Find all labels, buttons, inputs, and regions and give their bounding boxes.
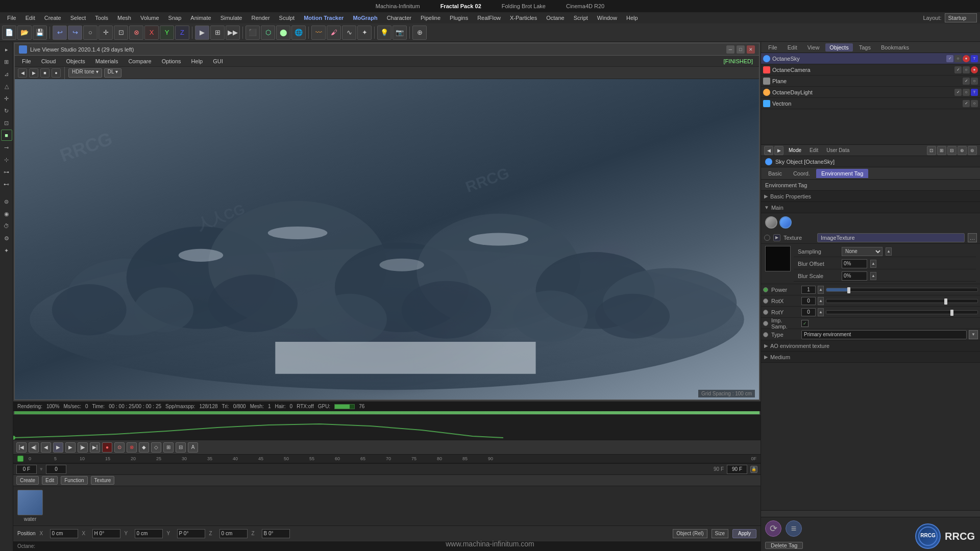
toolbar-deform[interactable]: ⬤ bbox=[276, 26, 290, 40]
tool-mode5[interactable]: ⊷ bbox=[1, 179, 12, 190]
menu-sculpt[interactable]: Sculpt bbox=[275, 14, 299, 22]
menu-plugins[interactable]: Plugins bbox=[446, 14, 472, 22]
roty-input[interactable] bbox=[801, 308, 816, 316]
menu-select[interactable]: Select bbox=[66, 14, 90, 22]
type-expand[interactable]: ▼ bbox=[969, 330, 978, 339]
main-section-header[interactable]: ▼ Main bbox=[761, 202, 980, 213]
tc-record2[interactable]: ⊙ bbox=[114, 442, 125, 453]
menu-render[interactable]: Render bbox=[247, 14, 274, 22]
right-tab-edit[interactable]: Edit bbox=[783, 43, 801, 52]
obj-tag-day[interactable]: T bbox=[971, 89, 978, 96]
color-circle-1[interactable] bbox=[765, 216, 777, 229]
tc-record3[interactable]: ⊗ bbox=[127, 442, 137, 453]
tool-selection[interactable]: ⊞ bbox=[1, 56, 12, 67]
mat-function[interactable]: Function bbox=[61, 476, 87, 485]
viewer-menu-objects[interactable]: Objects bbox=[62, 57, 89, 65]
tool-material[interactable]: ◉ bbox=[1, 208, 12, 219]
menu-create[interactable]: Create bbox=[40, 14, 65, 22]
viewer-close-btn[interactable]: ✕ bbox=[747, 45, 755, 54]
obj-octane-camera[interactable]: OctaneCamera ✓ ○ ● bbox=[761, 64, 980, 76]
tool-render2[interactable]: ⚙ bbox=[1, 233, 12, 244]
frame-lock[interactable]: 🔒 bbox=[750, 466, 757, 473]
tool-mode4[interactable]: ⊶ bbox=[1, 166, 12, 178]
toolbar-z-axis[interactable]: Z bbox=[175, 26, 189, 40]
blur-offset-arrow[interactable]: ▲ bbox=[870, 260, 876, 268]
obj-toggle-plane2[interactable]: ○ bbox=[971, 78, 978, 85]
type-dropdown[interactable]: Primary environment bbox=[801, 330, 967, 339]
menu-animate[interactable]: Animate bbox=[186, 14, 215, 22]
timeline-cursor[interactable] bbox=[17, 456, 23, 462]
props-userdata-btn[interactable]: User Data bbox=[823, 146, 852, 154]
viewer-dl-dropdown[interactable]: DL ▾ bbox=[104, 68, 121, 78]
toolbar-y-axis[interactable]: Y bbox=[160, 26, 174, 40]
toolbar-paint[interactable]: 🖌 bbox=[327, 26, 341, 40]
tc-next-frame[interactable]: ▶ bbox=[65, 442, 76, 453]
toolbar-move[interactable]: ✛ bbox=[99, 26, 113, 40]
size-dropdown[interactable]: Size bbox=[712, 529, 728, 538]
viewer-menu-cloud[interactable]: Cloud bbox=[37, 57, 60, 65]
texture-value[interactable]: ImageTexture bbox=[817, 233, 965, 242]
tool-fx2[interactable]: ✦ bbox=[1, 245, 12, 256]
y-size-input[interactable] bbox=[177, 529, 205, 538]
viewer-menu-options[interactable]: Options bbox=[158, 57, 185, 65]
viewer-menu-gui[interactable]: GUI bbox=[209, 57, 227, 65]
z-size-input[interactable] bbox=[262, 529, 290, 538]
obj-toggle-cam1[interactable]: ✓ bbox=[954, 66, 962, 73]
props-edit-btn[interactable]: Edit bbox=[806, 146, 821, 154]
tc-play[interactable]: ▶ bbox=[53, 442, 63, 453]
obj-toggle-day2[interactable]: ○ bbox=[963, 89, 970, 96]
imp-samp-checkbox[interactable]: ✓ bbox=[801, 320, 808, 327]
obj-octane-daylight[interactable]: OctaneDayLight ✓ ○ T bbox=[761, 87, 980, 98]
right-tab-tags[interactable]: Tags bbox=[855, 43, 875, 52]
tc-prev-key[interactable]: ◀| bbox=[29, 442, 39, 453]
color-circle-2[interactable] bbox=[779, 216, 792, 229]
viewer-tb-back[interactable]: ◀ bbox=[18, 68, 27, 78]
obj-toggle-vis1[interactable]: ✓ bbox=[946, 55, 953, 62]
viewer-minimize-btn[interactable]: ─ bbox=[726, 45, 734, 54]
tool-mode3[interactable]: ⊹ bbox=[1, 154, 12, 165]
viewer-hdr-dropdown[interactable]: HDR tone ▾ bbox=[68, 68, 102, 78]
toolbar-env[interactable]: 🌐 bbox=[291, 26, 306, 40]
toolbar-render-active[interactable]: ▶ bbox=[195, 26, 209, 40]
toolbar-camera[interactable]: 📷 bbox=[393, 26, 407, 40]
z-pos-input[interactable] bbox=[219, 529, 248, 538]
toolbar-x-axis[interactable]: X bbox=[144, 26, 159, 40]
menu-xparticles[interactable]: X-Particles bbox=[506, 14, 541, 22]
texture-btn[interactable]: … bbox=[968, 233, 977, 242]
texture-expand[interactable]: ▶ bbox=[773, 234, 780, 241]
blur-scale-input[interactable] bbox=[842, 271, 867, 281]
obj-vectron[interactable]: Vectron ✓ ○ bbox=[761, 98, 980, 109]
object-rel-dropdown[interactable]: Object (Rel) bbox=[673, 529, 707, 538]
rotx-slider[interactable] bbox=[826, 299, 978, 303]
viewer-tb-record[interactable]: ● bbox=[52, 68, 61, 78]
toolbar-render-all[interactable]: ▶▶ bbox=[226, 26, 240, 40]
props-tab-env-tag[interactable]: Environment Tag bbox=[816, 169, 868, 178]
props-icon3[interactable]: ⊟ bbox=[947, 146, 957, 155]
toolbar-snap[interactable]: ⊕ bbox=[412, 26, 427, 40]
medium-section[interactable]: ▶ Medium bbox=[761, 352, 980, 363]
menu-snap[interactable]: Snap bbox=[164, 14, 186, 22]
viewer-tb-play[interactable]: ▶ bbox=[29, 68, 38, 78]
obj-tag-cam[interactable]: ● bbox=[971, 66, 978, 73]
roty-slider[interactable] bbox=[826, 310, 978, 314]
viewer-tb-stop[interactable]: ■ bbox=[40, 68, 50, 78]
props-tab-coord[interactable]: Coord. bbox=[788, 169, 815, 178]
toolbar-spline[interactable]: 〰 bbox=[311, 26, 326, 40]
right-tab-bookmarks[interactable]: Bookmarks bbox=[877, 43, 913, 52]
menu-help[interactable]: Help bbox=[622, 14, 642, 22]
obj-toggle-vec2[interactable]: ○ bbox=[971, 100, 978, 107]
menu-script[interactable]: Script bbox=[570, 14, 592, 22]
tool-mode1[interactable]: ■ bbox=[1, 130, 12, 141]
tc-prev-frame[interactable]: ◀ bbox=[41, 442, 51, 453]
props-nav-left[interactable]: ◀ bbox=[764, 146, 773, 155]
menu-edit[interactable]: Edit bbox=[21, 14, 39, 22]
toolbar-redo[interactable]: ↪ bbox=[68, 26, 82, 40]
prop-icon-circle-2[interactable]: ≡ bbox=[786, 520, 802, 537]
x-size-input[interactable] bbox=[92, 529, 120, 538]
props-icon2[interactable]: ⊞ bbox=[937, 146, 946, 155]
toolbar-open[interactable]: 📂 bbox=[17, 26, 32, 40]
blur-scale-arrow[interactable]: ▲ bbox=[870, 272, 876, 280]
toolbar-undo[interactable]: ↩ bbox=[53, 26, 67, 40]
x-pos-input[interactable] bbox=[50, 529, 78, 538]
toolbar-cube[interactable]: ⬛ bbox=[246, 26, 260, 40]
